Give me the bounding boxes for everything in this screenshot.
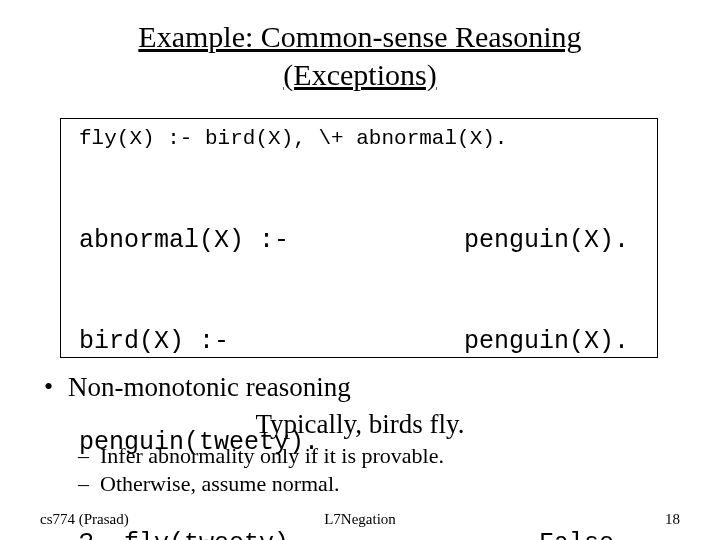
slide-title: Example: Common-sense Reasoning (Excepti…	[0, 0, 720, 93]
slide: Example: Common-sense Reasoning (Excepti…	[0, 0, 720, 540]
bullet-nonmonotonic: Non-monotonic reasoning	[40, 370, 680, 405]
sub-bullet-2: Otherwise, assume normal.	[40, 470, 680, 498]
title-line-1: Example: Common-sense Reasoning	[138, 20, 581, 53]
footer-page-number: 18	[665, 511, 680, 528]
code-query: ?- fly(tweety).	[79, 527, 304, 540]
code-bird-left: bird(X) :-	[79, 325, 229, 359]
typically-line: Typically, birds fly.	[40, 407, 680, 442]
code-answer: False.	[539, 527, 639, 540]
title-line-2: (Exceptions)	[283, 58, 436, 91]
footer-center: L7Negation	[0, 511, 720, 528]
code-abnormal-left: abnormal(X) :-	[79, 224, 289, 258]
code-box: fly(X) :- bird(X), \+ abnormal(X). abnor…	[60, 118, 658, 358]
sub-bullet-1: Infer abnormality only if it is provable…	[40, 442, 680, 470]
code-query-row: ?- fly(tweety). False.	[79, 527, 639, 540]
code-abnormal-row: abnormal(X) :- penguin(X).	[79, 224, 639, 258]
bullet-section: Non-monotonic reasoning Typically, birds…	[40, 370, 680, 497]
code-bird-right: penguin(X).	[464, 325, 639, 359]
code-rule: fly(X) :- bird(X), \+ abnormal(X).	[79, 127, 639, 150]
code-bird-row: bird(X) :- penguin(X).	[79, 325, 639, 359]
code-abnormal-right: penguin(X).	[464, 224, 639, 258]
